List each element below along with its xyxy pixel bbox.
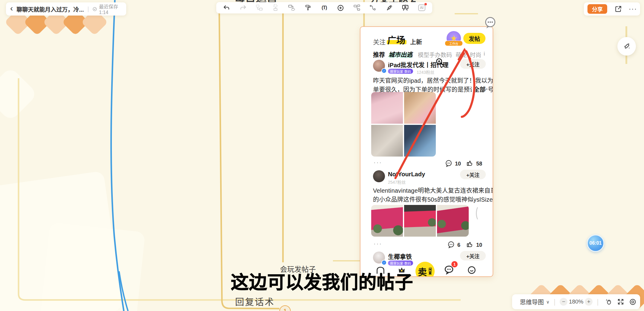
saved-check-icon bbox=[92, 7, 97, 12]
connector-icon[interactable] bbox=[368, 3, 378, 12]
share-button[interactable]: 分享 bbox=[587, 4, 607, 14]
more-options[interactable]: ··· bbox=[629, 5, 637, 13]
zoom-out-button[interactable]: − bbox=[560, 298, 567, 306]
insert-topic-icon[interactable] bbox=[287, 3, 297, 12]
autosave-status: 最近保存 1:14 bbox=[92, 3, 126, 15]
text-tool-icon[interactable]: (T) bbox=[319, 3, 329, 12]
magic-eraser-icon bbox=[622, 42, 631, 51]
video-caption: 这边可以发我们的帖子 bbox=[0, 268, 644, 294]
insert-plus-icon[interactable] bbox=[335, 3, 345, 12]
back-button[interactable]: ‹ bbox=[10, 4, 13, 13]
presentation-icon[interactable] bbox=[400, 3, 410, 12]
divider: | bbox=[87, 6, 89, 13]
doc-title: 聊聊天就能月入过万，冷... bbox=[16, 5, 84, 13]
branch-structure-icon[interactable] bbox=[352, 3, 362, 12]
view-mode-selector[interactable]: 思维导图 bbox=[520, 298, 544, 306]
chevron-down-icon[interactable]: ∨ bbox=[546, 299, 549, 305]
ai-assistant-icon[interactable]: AI bbox=[417, 3, 427, 12]
copy-style-icon[interactable] bbox=[254, 3, 264, 12]
timer-bubble[interactable]: 06:01 bbox=[587, 235, 604, 252]
zoom-in-button[interactable]: + bbox=[585, 298, 593, 306]
view-eye-icon[interactable] bbox=[628, 297, 637, 306]
redo-icon[interactable] bbox=[238, 3, 248, 12]
format-painter-icon[interactable] bbox=[303, 3, 313, 12]
share-bar: 分享 ··· bbox=[584, 2, 640, 16]
title-bar: ‹ 聊聊天就能月入过万，冷... | 最近保存 1:14 bbox=[6, 2, 126, 16]
notification-dot bbox=[424, 3, 427, 5]
fullscreen-icon[interactable] bbox=[616, 297, 625, 306]
undo-icon[interactable] bbox=[222, 3, 232, 12]
zoom-cursor-icon bbox=[435, 57, 445, 67]
magic-eraser-fab[interactable] bbox=[617, 37, 636, 56]
magic-wand-icon[interactable] bbox=[384, 3, 394, 12]
duplicate-node-icon[interactable] bbox=[270, 3, 281, 12]
main-toolbar: (T) AI bbox=[216, 2, 432, 13]
red-annotation-arrow bbox=[0, 0, 644, 311]
export-icon[interactable] bbox=[614, 5, 622, 13]
zoom-level: 180% bbox=[567, 298, 585, 305]
mouse-mode-icon[interactable] bbox=[604, 297, 613, 306]
view-controls-bar: 思维导图 ∨ | − 180% + | bbox=[512, 294, 640, 309]
